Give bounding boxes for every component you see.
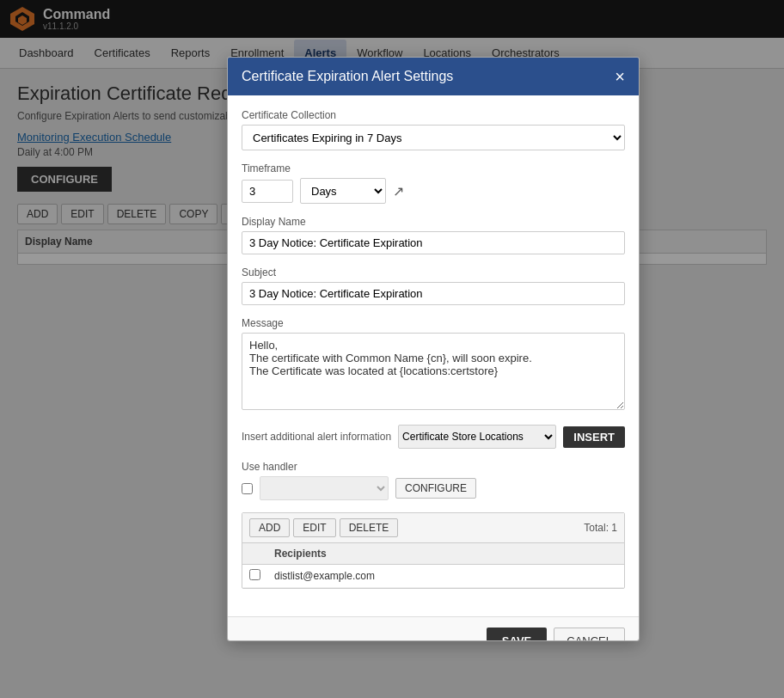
modal-certificate-alert: Certificate Expiration Alert Settings × … [227, 57, 640, 279]
modal-title: Certificate Expiration Alert Settings [242, 69, 453, 84]
timeframe-label: Timeframe [242, 162, 625, 174]
modal-close-button[interactable]: × [615, 68, 625, 85]
display-name-input[interactable]: 3 Day Notice: Certificate Expiration [242, 231, 625, 254]
subject-group: Subject 3 Day Notice: Certificate Expira… [242, 266, 625, 279]
certificate-collection-group: Certificate Collection Certificates Expi… [242, 109, 625, 150]
certificate-collection-label: Certificate Collection [242, 109, 625, 121]
timeframe-unit-select[interactable]: Days Weeks Months [300, 178, 386, 204]
subject-label: Subject [242, 266, 625, 279]
modal-body: Certificate Collection Certificates Expi… [228, 95, 639, 279]
timeframe-number-input[interactable]: 3 [242, 180, 293, 203]
certificate-collection-select[interactable]: Certificates Expiring in 7 Days [242, 125, 625, 150]
display-name-label: Display Name [242, 216, 625, 228]
timeframe-group: Timeframe 3 Days Weeks Months ↗ [242, 162, 625, 204]
display-name-group: Display Name 3 Day Notice: Certificate E… [242, 216, 625, 254]
timeframe-row: 3 Days Weeks Months ↗ [242, 178, 625, 204]
modal-header: Certificate Expiration Alert Settings × [228, 58, 639, 95]
cursor-icon: ↗ [393, 183, 404, 199]
